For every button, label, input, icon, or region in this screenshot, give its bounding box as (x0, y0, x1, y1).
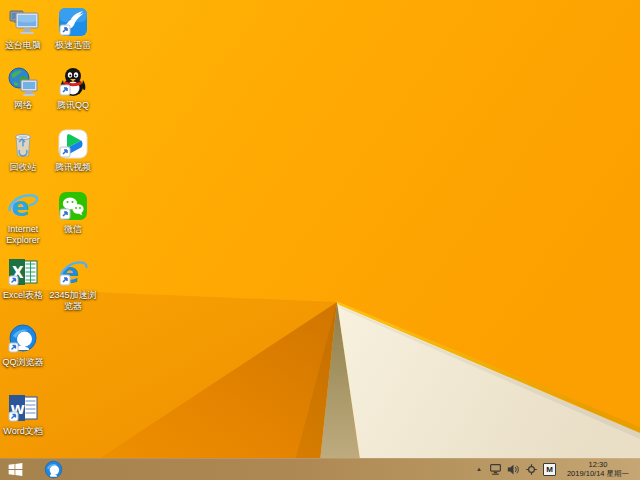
desktop-icon-recycle-bin[interactable]: 回收站 (0, 127, 48, 173)
shortcut-arrow-icon (60, 209, 70, 219)
recycle-bin-icon (7, 128, 39, 160)
clock-date: 2019/10/14 星期一 (565, 469, 631, 478)
shortcut-arrow-icon (9, 276, 18, 285)
windows-logo-icon (8, 462, 23, 477)
desktop-icon-this-pc[interactable]: 这台电脑 (0, 5, 48, 51)
desktop-icon-label: 回收站 (0, 162, 48, 173)
shortcut-arrow-icon (60, 147, 70, 157)
desktop-icon-label: 极速迅雷 (47, 40, 99, 51)
desktop-icon-word[interactable]: W Word文档 (0, 391, 48, 437)
internet-explorer-icon: e (7, 190, 39, 222)
desktop-icon-tencent-qq[interactable]: 腾讯QQ (47, 65, 99, 111)
desktop-icon-label: QQ浏览器 (0, 357, 48, 368)
taskbar-clock[interactable]: 12:30 2019/10/14 星期一 (561, 460, 635, 478)
network-status-icon[interactable] (489, 458, 502, 480)
clock-time: 12:30 (565, 460, 631, 469)
target-tray-icon[interactable] (525, 458, 538, 480)
shortcut-arrow-icon (9, 412, 18, 421)
2345-browser-icon: e (57, 256, 89, 288)
qq-browser-icon (44, 460, 63, 479)
start-button[interactable] (0, 458, 30, 480)
network-icon (7, 66, 39, 98)
desktop-icon-tencent-video[interactable]: 腾讯视频 (47, 127, 99, 173)
shortcut-arrow-icon (60, 25, 70, 35)
shortcut-arrow-icon (60, 275, 70, 285)
desktop-icon-label: 腾讯视频 (47, 162, 99, 173)
desktop-icon-network[interactable]: 网络 (0, 65, 48, 111)
qq-browser-icon (7, 323, 39, 355)
desktop-icon-2345-browser[interactable]: e 2345加速浏览器 (47, 255, 99, 312)
desktop-icon-internet-explorer[interactable]: e Internet Explorer (0, 189, 48, 246)
shortcut-arrow-icon (9, 343, 18, 352)
qq-penguin-icon (57, 66, 89, 98)
desktop-icon-xunlei[interactable]: 极速迅雷 (47, 5, 99, 51)
desktop-icon-label: 腾讯QQ (47, 100, 99, 111)
desktop-icon-label: Excel表格 (0, 290, 48, 301)
taskbar: ▲ M 12:30 2019/10/14 星期一 (0, 458, 640, 480)
wechat-icon (57, 190, 89, 222)
desktop-icon-wechat[interactable]: 微信 (47, 189, 99, 235)
ime-indicator[interactable]: M (543, 463, 556, 476)
show-hidden-icons-button[interactable]: ▲ (474, 458, 484, 480)
desktop-icon-label: 这台电脑 (0, 40, 48, 51)
desktop-icon-excel[interactable]: X Excel表格 (0, 255, 48, 301)
xunlei-icon (57, 6, 89, 38)
desktop-icon-label: 微信 (47, 224, 99, 235)
desktop-icon-label: 2345加速浏览器 (47, 290, 99, 312)
tencent-video-icon (57, 128, 89, 160)
word-icon: W (7, 392, 39, 424)
taskbar-qq-browser-button[interactable] (38, 458, 68, 480)
shortcut-arrow-icon (60, 85, 70, 95)
system-tray: ▲ M 12:30 2019/10/14 星期一 (474, 458, 640, 480)
volume-icon[interactable] (507, 458, 520, 480)
desktop-icon-qq-browser[interactable]: QQ浏览器 (0, 322, 48, 368)
desktop-icon-label: 网络 (0, 100, 48, 111)
desktop-icon-label: Internet Explorer (0, 224, 48, 246)
excel-icon: X (7, 256, 39, 288)
this-pc-icon (7, 6, 39, 38)
desktop-icon-label: Word文档 (0, 426, 48, 437)
